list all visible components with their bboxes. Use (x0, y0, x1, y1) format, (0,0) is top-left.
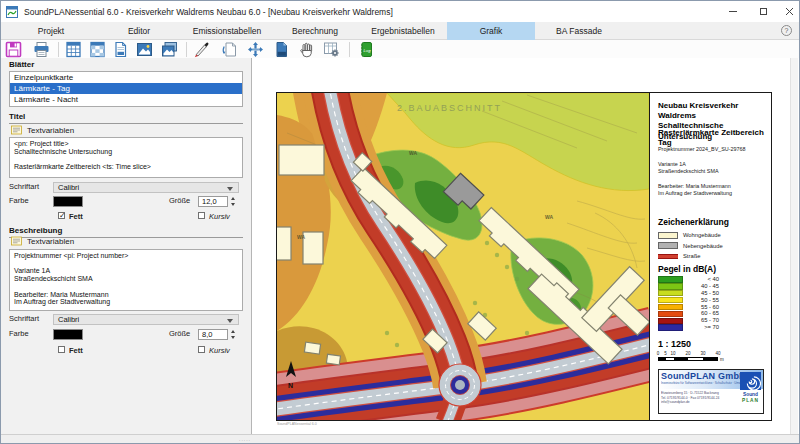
status-bar: ..... (1, 434, 799, 443)
key-label: Wohngebäude (683, 232, 721, 238)
brand-sound: Sound (740, 392, 761, 398)
level-label: 55 - 60 (683, 304, 719, 311)
construction-phase-label: 2.BAUABSCHNITT (397, 103, 502, 113)
pan-button[interactable] (297, 41, 316, 58)
image-button[interactable] (135, 41, 154, 58)
level-label: 50 - 55 (683, 297, 719, 304)
tab-berechnung[interactable]: Berechnung (271, 22, 359, 40)
kursiv-label: Kursiv (209, 212, 230, 221)
title-bold-checkbox[interactable] (58, 212, 65, 219)
close-button[interactable] (779, 1, 799, 22)
vertical-scrollbar[interactable] (790, 58, 798, 434)
farbe-label: Farbe (9, 329, 29, 338)
minimize-button[interactable] (719, 1, 747, 22)
level-swatch (658, 297, 683, 304)
logo-address-line: info@soundplan.de (661, 400, 744, 404)
title-color-swatch[interactable] (53, 196, 83, 207)
table-settings-button[interactable] (322, 41, 341, 58)
draw-button[interactable] (192, 41, 211, 58)
document-button[interactable] (111, 41, 130, 58)
page-button[interactable] (272, 41, 291, 58)
help-button[interactable]: ? (781, 25, 792, 36)
table-grid-button[interactable] (88, 41, 107, 58)
close-icon (785, 7, 794, 16)
toolbar-separator (349, 42, 350, 57)
print-button[interactable] (32, 41, 51, 58)
sheet-item-laermkarte-tag[interactable]: Lärmkarte - Tag (10, 83, 242, 94)
level-label: < 40 (683, 276, 719, 283)
level-row: 50 - 55 (658, 297, 766, 304)
images-button[interactable] (160, 41, 179, 58)
level-swatch (658, 311, 683, 318)
description-size-stepper[interactable] (229, 329, 237, 340)
zoom-fit-button[interactable]: 100% (246, 41, 265, 58)
level-row: < 40 (658, 276, 766, 283)
title-font-select[interactable]: Calibri (53, 182, 239, 193)
level-swatch (658, 276, 683, 283)
legend-editor-line1: Bearbeiter: Maria Mustermann (658, 183, 766, 190)
map-scale: 1 : 1250 (658, 339, 766, 351)
description-bold-checkbox[interactable] (58, 346, 65, 353)
app-window: SoundPLANessential 6.0 - Kreisverkehr Wa… (0, 0, 800, 444)
sheet-item-einzelpunktkarte[interactable]: Einzelpunktkarte (10, 72, 242, 83)
key-label: Nebengebäude (683, 243, 723, 249)
svg-text:WA: WA (409, 150, 417, 156)
step-down-icon (229, 335, 237, 341)
description-text-area[interactable]: Projektnummer <pi: Project number> Varia… (9, 249, 243, 311)
legend-variant-line2: Straßendeckschicht SMA (658, 168, 766, 175)
tab-ergebnistabellen[interactable]: Ergebnistabellen (359, 22, 447, 40)
schriftart-label: Schriftart (9, 314, 39, 323)
splitter-grip[interactable]: ..... (239, 436, 251, 442)
kursiv-label: Kursiv (209, 346, 230, 355)
copy-page-icon (221, 41, 238, 58)
legend-key-item: Nebengebäude (658, 241, 766, 252)
scale-tick: 5 (664, 351, 667, 356)
sheet-item-laermkarte-nacht[interactable]: Lärmkarte - Nacht (10, 94, 242, 105)
level-label: >= 70 (683, 324, 719, 331)
zoom-fit-icon: 100% (247, 41, 264, 58)
description-color-swatch[interactable] (53, 329, 83, 340)
log-button[interactable]: Log (357, 41, 376, 58)
level-label: 40 - 45 (683, 283, 719, 290)
tab-projekt[interactable]: Projekt (7, 22, 95, 40)
description-italic-checkbox[interactable] (198, 346, 205, 353)
title-italic-checkbox[interactable] (198, 212, 205, 219)
table-settings-icon (323, 41, 340, 58)
images-icon (161, 41, 178, 58)
title-font-row: Schriftart Calibri (1, 182, 251, 195)
scale-bar: 0 5 10 20 30 40 m (658, 351, 766, 363)
legend-key-item: Wohngebäude (658, 230, 766, 241)
soundplan-swirl-icon (740, 372, 761, 390)
map-footer-version: SoundPLANessential 6.0 (277, 422, 317, 426)
tab-emissionstabellen[interactable]: Emissionstabellen (183, 22, 271, 40)
level-row: 40 - 45 (658, 283, 766, 290)
sheet-settings-panel: Blätter Einzelpunktkarte Lärmkarte - Tag… (1, 58, 252, 434)
maximize-button[interactable] (749, 1, 777, 22)
title-text-area[interactable]: <pn: Project title> Schalltechnische Unt… (9, 137, 243, 178)
description-font-row: Schriftart Calibri (1, 314, 251, 327)
title-style-row: Fett Kursiv (1, 211, 251, 224)
description-size-input[interactable]: 8,0 (198, 329, 228, 340)
description-font-select[interactable]: Calibri (53, 314, 239, 325)
title-size-input[interactable]: 12,0 (198, 196, 228, 207)
legend-levels-heading: Pegel in dB(A) (658, 264, 766, 275)
sheet-list: Einzelpunktkarte Lärmkarte - Tag Lärmkar… (9, 71, 243, 107)
save-button[interactable] (4, 41, 23, 58)
noise-map-sheet[interactable]: 2.BAUABSCHNITT WA WA WA N Neubau Kreisve… (276, 92, 772, 421)
tab-grafik[interactable]: Grafik (447, 22, 535, 40)
textvariablen-button[interactable]: Textvariablen (11, 236, 74, 246)
noise-map-canvas[interactable]: 2.BAUABSCHNITT WA WA WA N (277, 93, 649, 420)
tab-editor[interactable]: Editor (95, 22, 183, 40)
tab-ba-fassade[interactable]: BA Fassade (535, 22, 623, 40)
level-swatch (658, 318, 683, 325)
legend-editor-line2: Im Auftrag der Stadtverwaltung (658, 190, 766, 197)
step-down-icon (229, 202, 237, 208)
toolbar-separator (186, 42, 187, 57)
report-table-button[interactable] (64, 41, 83, 58)
level-row: 60 - 65 (658, 310, 766, 317)
wohngebaeude-swatch (658, 232, 678, 239)
title-font-value: Calibri (58, 183, 79, 192)
textvariablen-button[interactable]: Textvariablen (11, 125, 74, 135)
title-size-stepper[interactable] (229, 196, 237, 207)
copy-page-button[interactable] (220, 41, 239, 58)
